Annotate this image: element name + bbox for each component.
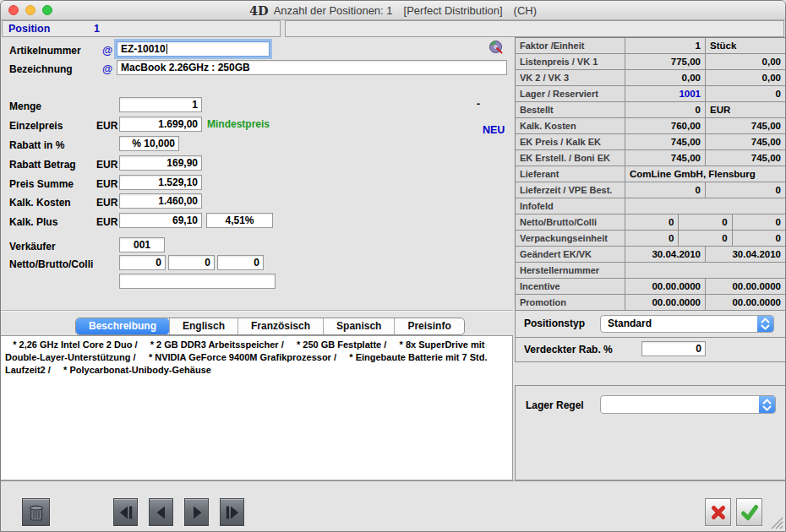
info-cell: EUR [705,102,785,117]
position-value: 1 [94,21,100,36]
info-row: Listenpreis / VK 1775,000,00 [516,54,785,70]
netto-input[interactable]: 0 [119,255,166,270]
footer-divider [1,480,786,481]
nav-previous-button[interactable] [149,498,173,526]
info-row: Kalk. Kosten760,00745,00 [516,118,785,134]
info-row-label: EK Erstell. / Boni EK [516,150,625,166]
info-cell: 0 [732,214,785,230]
menge-input[interactable]: 1 [119,97,202,112]
artikelnummer-input[interactable]: EZ-10010 [117,41,270,57]
info-row: EK Erstell. / Boni EK745,00745,00 [516,150,785,166]
nav-last-button[interactable] [220,498,244,526]
info-cell: 30.04.2010 [705,247,785,262]
info-cell: 0 [678,214,731,230]
nav-next-button[interactable] [184,498,209,526]
bezeichnung-wildcard: @ [102,62,112,77]
preis-summe-input[interactable]: 1.529,10 [119,175,202,190]
info-cell: 0 [678,231,731,246]
title-bar[interactable]: 4D Anzahl der Positionen: 1 [Perfect Dis… [1,1,785,20]
verkaeufer-input[interactable]: 001 [119,237,165,252]
info-row: Faktor /Einheit1Stück [516,38,785,54]
info-row: EK Preis / Kalk EK745,00745,00 [516,134,785,150]
info-row: Incentive00.00.000000.00.0000 [516,279,785,295]
artikelnummer-wildcard: @ [102,43,112,58]
rabatt-betrag-label: Rabatt Betrag [9,157,76,172]
brutto-input[interactable]: 0 [168,255,215,270]
window-title-text: Anzahl der Positionen: 1 [274,4,393,17]
nav-first-button[interactable] [113,498,138,526]
popup-arrows-icon [757,316,773,332]
info-cell: 775,00 [625,54,705,69]
info-cell: 1001 [625,86,705,101]
kalk-plus-label: Kalk. Plus [9,214,57,230]
bezeichnung-label: Bezeichnung [9,62,73,77]
info-row: Promotion00.00.000000.00.0000 [516,295,785,311]
positionstyp-box: Positionstyp Standard [515,310,786,338]
kalk-plus-input[interactable]: 69,10 [119,213,202,228]
positionstyp-value: Standard [601,316,757,332]
info-cell [625,263,785,278]
info-row-label: EK Preis / Kalk EK [516,134,625,149]
info-row: Herstellernummer [516,263,785,279]
info-row: Bestellt0EUR [516,102,785,118]
rabatt-prozent-label: Rabatt in % [9,138,64,153]
nav-last-icon [223,503,242,522]
info-table: Faktor /Einheit1StückListenpreis / VK 17… [515,37,786,311]
position-bar-spacer [285,20,784,37]
tab-franz-sisch[interactable]: Französisch [237,318,323,334]
cancel-button[interactable] [705,498,731,526]
description-tabs: BeschreibungEnglischFranzösischSpanischP… [75,318,465,335]
info-cell: 0,00 [705,54,785,69]
artikelnummer-label: Artikelnummer [9,43,81,58]
info-cell: 00.00.0000 [625,295,705,310]
neu-badge: NEU [483,124,505,136]
trash-icon [26,502,46,523]
info-cell: 1 [625,38,705,53]
colli-extra-input[interactable] [119,274,276,289]
tab-beschreibung[interactable]: Beschreibung [76,318,169,334]
accept-button[interactable] [736,498,762,526]
info-row-label: Herstellernummer [516,263,625,278]
verdeckter-rabatt-input[interactable]: 0 [641,341,706,356]
info-row: Lager / Reserviert10010 [516,86,785,102]
preis-summe-label: Preis Summe [9,176,74,192]
tab-spanisch[interactable]: Spanisch [323,318,394,334]
info-row: Verpackungseinheit000 [516,231,785,247]
bezeichnung-input[interactable]: MacBook 2.26GHz : 250GB [117,60,507,75]
einzelpreis-input[interactable]: 1.699,00 [119,117,202,132]
resize-grip-icon[interactable] [768,514,783,529]
tab-preisinfo[interactable]: Preisinfo [394,318,463,334]
info-row-label: Lieferant [516,166,625,182]
info-cell: 0,00 [705,70,785,85]
menge-label: Menge [9,99,41,114]
window-title-subtitle: [Perfect Distribution] [404,4,503,17]
einzelpreis-currency: EUR [96,118,117,133]
lager-regel-label: Lager Regel [526,399,584,411]
description-textarea[interactable]: * 2,26 GHz Intel Core 2 Duo / * 2 GB DDR… [1,335,513,480]
info-row-label: Incentive [516,279,625,294]
kalk-kosten-input[interactable]: 1.460,00 [119,193,202,209]
lager-regel-dropdown[interactable] [600,395,776,414]
rabatt-betrag-input[interactable]: 169,90 [119,155,202,171]
delete-record-button[interactable] [22,498,50,526]
tab-englisch[interactable]: Englisch [169,318,237,334]
colli-input[interactable]: 0 [217,255,264,270]
rabatt-prozent-input[interactable]: % 10,000 [119,136,179,151]
nav-next-icon [188,503,206,522]
info-row-label: Lager / Reserviert [516,86,625,101]
info-row: VK 2 / VK 30,000,00 [516,70,785,86]
popup-arrows-icon [759,396,775,413]
nav-previous-icon [152,503,171,522]
info-cell: 0 [625,182,705,198]
position-bar: Position 1 [2,20,281,37]
info-row: Geändert EK/VK30.04.201030.04.2010 [516,247,785,263]
info-row-label: Kalk. Kosten [516,118,625,133]
window-title-region: (CH) [514,4,537,17]
article-lookup-icon[interactable] [489,40,504,55]
info-row-label: Infofeld [516,198,625,214]
red-x-icon [709,503,728,522]
kalk-plus-percent-field[interactable]: 4,51% [206,213,273,228]
info-cell: 745,00 [625,134,705,149]
positionstyp-dropdown[interactable]: Standard [600,315,774,333]
rabatt-betrag-currency: EUR [96,157,117,172]
